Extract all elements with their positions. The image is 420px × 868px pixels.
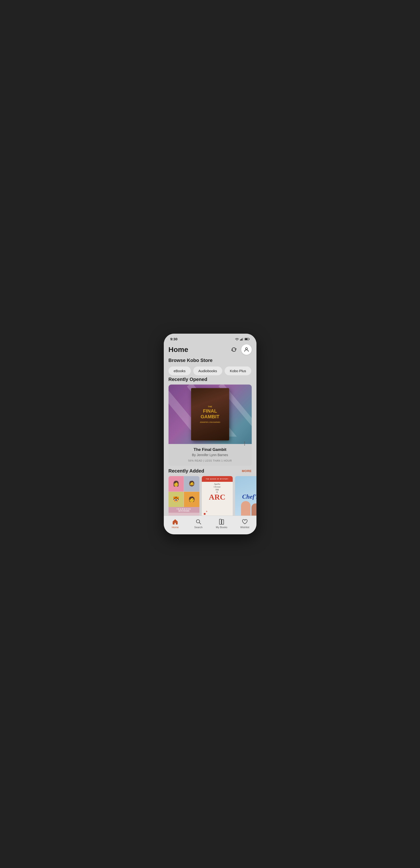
recently-opened-section: Recently Opened THE FINAL GAMBIT xyxy=(164,377,256,466)
book-cover-image: THE FINAL GAMBIT JENNIFER LYNN BARNES xyxy=(191,388,229,440)
svg-rect-2 xyxy=(242,338,243,341)
recently-added-header: Recently Added MORE xyxy=(164,468,256,474)
profile-button[interactable] xyxy=(241,344,252,355)
nav-home-label: Home xyxy=(172,526,179,529)
search-icon xyxy=(195,519,201,525)
svg-point-11 xyxy=(244,442,245,442)
status-icons xyxy=(235,338,250,341)
wifi-icon xyxy=(235,338,239,341)
page-title: Home xyxy=(168,345,188,353)
svg-line-15 xyxy=(199,523,201,524)
kobo-plus-chip[interactable]: Kobo Plus xyxy=(225,367,251,375)
svg-rect-17 xyxy=(222,520,224,524)
nav-wishlist[interactable]: Wishlist xyxy=(233,518,256,530)
svg-point-13 xyxy=(244,444,245,445)
book-progress: 56% READ | LESS THAN 1 HOUR xyxy=(172,459,248,462)
recently-added-title: Recently Added xyxy=(168,468,204,474)
my-books-icon xyxy=(219,519,225,525)
svg-point-7 xyxy=(246,348,248,349)
svg-rect-16 xyxy=(219,519,221,524)
list-item[interactable]: THE QUEEN OF MYSTERY AgathaChristie THE … xyxy=(202,476,233,516)
wishlist-icon xyxy=(242,519,248,525)
svg-rect-3 xyxy=(243,338,243,341)
status-bar: 9:30 xyxy=(164,334,256,342)
audiobooks-chip[interactable]: Audiobooks xyxy=(193,367,222,375)
battery-icon xyxy=(245,338,250,341)
sync-icon xyxy=(231,346,237,353)
main-content: Browse Kobo Store eBooks Audiobooks Kobo… xyxy=(164,358,256,516)
nav-home[interactable]: Home xyxy=(164,518,187,530)
bottom-nav: Home Search My Books xyxy=(164,516,256,534)
recently-opened-card[interactable]: THE FINAL GAMBIT JENNIFER LYNN BARNES xyxy=(168,384,252,466)
recently-added-section: Recently Added MORE 👩 🧔 🐯 🧑 xyxy=(164,468,256,516)
list-item[interactable]: Chef's xyxy=(235,476,256,516)
list-item[interactable]: 👩 🧔 🐯 🧑 YEARBOOK SETH ROGEN xyxy=(168,476,199,516)
svg-rect-6 xyxy=(249,338,250,340)
more-link[interactable]: MORE xyxy=(242,469,252,473)
book-info-area: The Final Gambit By Jennifer Lynn Barnes… xyxy=(168,444,252,466)
signal-icon xyxy=(240,338,244,341)
book-title: The Final Gambit xyxy=(172,447,248,452)
header-actions xyxy=(229,344,252,355)
recently-opened-title: Recently Opened xyxy=(164,377,256,382)
recently-added-books: 👩 🧔 🐯 🧑 YEARBOOK SETH ROGEN xyxy=(164,476,256,516)
more-dots-icon xyxy=(242,441,247,446)
svg-rect-0 xyxy=(240,340,241,341)
nav-search[interactable]: Search xyxy=(187,518,210,530)
phone-frame: 9:30 Home xyxy=(164,334,256,534)
ebooks-chip[interactable]: eBooks xyxy=(168,367,191,375)
svg-point-12 xyxy=(244,443,245,444)
book-cover-text-content: THE FINAL GAMBIT JENNIFER LYNN BARNES xyxy=(198,403,222,426)
nav-search-label: Search xyxy=(194,526,202,529)
nav-my-books-label: My Books xyxy=(216,526,227,529)
nav-my-books[interactable]: My Books xyxy=(210,518,233,530)
status-time: 9:30 xyxy=(170,337,177,341)
browse-title: Browse Kobo Store xyxy=(168,358,252,363)
book-author: By Jennifer Lynn Barnes xyxy=(172,453,248,457)
browse-section: Browse Kobo Store eBooks Audiobooks Kobo… xyxy=(164,358,256,375)
person-icon xyxy=(244,347,249,352)
book-cover-banner: THE FINAL GAMBIT JENNIFER LYNN BARNES xyxy=(168,384,252,444)
home-icon xyxy=(172,519,178,525)
svg-rect-1 xyxy=(241,339,241,341)
more-options-button[interactable] xyxy=(241,440,248,447)
nav-wishlist-label: Wishlist xyxy=(240,526,249,529)
sync-button[interactable] xyxy=(229,345,238,354)
browse-chips: eBooks Audiobooks Kobo Plus xyxy=(168,367,252,375)
svg-rect-5 xyxy=(245,338,248,340)
header: Home xyxy=(164,342,256,358)
